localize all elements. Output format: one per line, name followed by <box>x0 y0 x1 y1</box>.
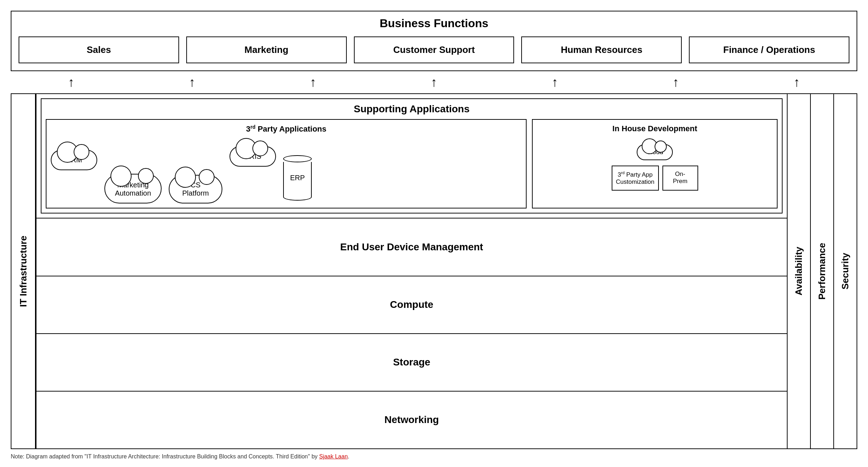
in-house-boxes: 3rd Party AppCustomization On-Prem <box>612 166 698 191</box>
business-functions-title: Business Functions <box>19 17 849 30</box>
sup-rd: rd <box>621 171 625 175</box>
author-name: Sjaak Laan <box>319 453 348 459</box>
3rd-party-customization-label: 3rd Party AppCustomization <box>616 171 655 185</box>
layer-storage: Storage <box>36 333 787 391</box>
it-infrastructure-panel: IT Infrastructure <box>11 93 36 449</box>
arrow-up-4: ↑ <box>374 75 494 90</box>
ih-box-3rd-party-customization: 3rd Party AppCustomization <box>612 166 659 191</box>
business-functions-boxes: Sales Marketing Customer Support Human R… <box>19 36 849 63</box>
cloud-label: Cloud <box>646 148 663 156</box>
bf-box-sales: Sales <box>19 36 179 63</box>
layers-section: End User Device Management Compute Stora… <box>36 218 787 448</box>
panel-performance: Performance <box>811 93 834 449</box>
third-party-title: 3rd Party Applications <box>51 124 522 134</box>
cylinder-erp: ERP <box>283 155 312 202</box>
cloud-hris: HRIS <box>230 146 276 167</box>
in-house-content: Cloud 3rd Party AppCustomization On-Prem <box>537 137 773 191</box>
hris-label: HRIS <box>244 152 261 160</box>
cylinder-body: ERP <box>283 162 312 194</box>
bf-box-marketing: Marketing <box>186 36 347 63</box>
panel-security: Security <box>834 93 857 449</box>
in-house-development-box: In House Development Cloud 3rd Party App… <box>532 119 778 208</box>
layer-compute: Compute <box>36 276 787 333</box>
supporting-applications: Supporting Applications 3rd Party Applic… <box>41 98 783 213</box>
on-prem-label: On-Prem <box>673 171 687 185</box>
note-text: Note: Diagram adapted from "IT Infrastru… <box>11 453 349 459</box>
cylinder-top <box>283 155 312 162</box>
it-infrastructure-label: IT Infrastructure <box>18 236 29 307</box>
arrow-up-1: ↑ <box>11 75 132 90</box>
arrow-up-3: ↑ <box>253 75 374 90</box>
supporting-apps-title: Supporting Applications <box>46 103 778 115</box>
main-wrapper: Business Functions Sales Marketing Custo… <box>11 11 857 460</box>
arrow-up-2: ↑ <box>132 75 252 90</box>
panel-availability: Availability <box>788 93 811 449</box>
in-house-title: In House Development <box>537 124 773 133</box>
bf-box-customer-support: Customer Support <box>354 36 514 63</box>
arrow-up-5: ↑ <box>494 75 615 90</box>
right-panels: Availability Performance Security <box>788 93 857 449</box>
erp-label: ERP <box>290 174 305 182</box>
cloud-cloud: Cloud <box>637 144 673 160</box>
layer-networking: Networking <box>36 391 787 448</box>
note: Note: Diagram adapted from "IT Infrastru… <box>11 453 857 460</box>
ih-box-on-prem: On-Prem <box>662 166 698 191</box>
bf-box-human-resources: Human Resources <box>521 36 682 63</box>
center-column: Supporting Applications 3rd Party Applic… <box>36 93 788 449</box>
marketing-automation-label: MarketingAutomation <box>115 181 151 197</box>
arrow-up-6: ↑ <box>615 75 736 90</box>
security-label: Security <box>840 253 851 290</box>
bf-box-finance-operations: Finance / Operations <box>689 36 849 63</box>
business-functions-section: Business Functions Sales Marketing Custo… <box>11 11 857 71</box>
cloud-crm: CRM <box>51 150 97 170</box>
layer-end-user-device: End User Device Management <box>36 218 787 275</box>
clouds-row: CRM MarketingAutomation CS Platform <box>51 139 522 203</box>
performance-label: Performance <box>817 243 828 300</box>
cs-platform-label: CS Platform <box>182 181 209 197</box>
arrows-row: ↑ ↑ ↑ ↑ ↑ ↑ ↑ <box>11 71 857 93</box>
superscript-rd: rd <box>251 124 256 130</box>
third-party-box: 3rd Party Applications CRM MarketingAuto… <box>46 119 527 208</box>
crm-label: CRM <box>66 156 82 164</box>
availability-label: Availability <box>793 247 804 295</box>
apps-row: 3rd Party Applications CRM MarketingAuto… <box>46 119 778 208</box>
cloud-marketing-automation: MarketingAutomation <box>104 174 162 203</box>
arrow-up-7: ↑ <box>736 75 857 90</box>
cloud-cs-platform: CS Platform <box>169 175 222 203</box>
content-area: IT Infrastructure Supporting Application… <box>11 93 857 449</box>
cylinder-bottom <box>283 193 312 201</box>
